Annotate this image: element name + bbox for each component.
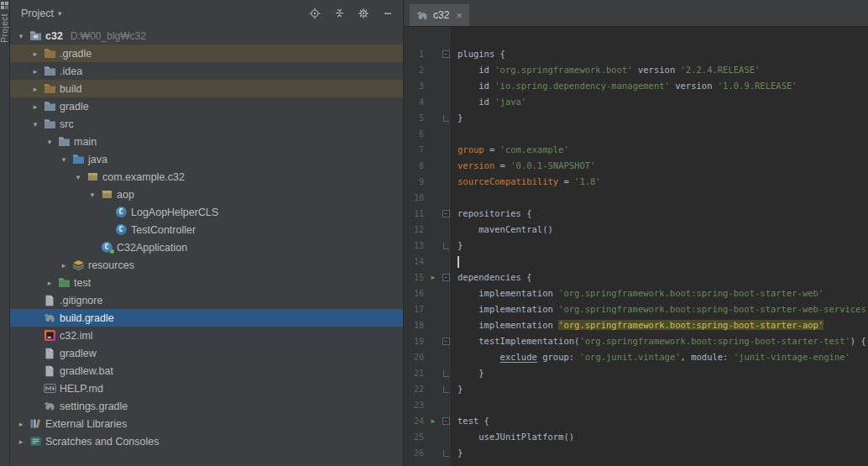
code-line-8[interactable]: 8version = '0.0.1-SNAPSHOT': [404, 158, 868, 174]
expand-arrow-icon[interactable]: ▸: [14, 420, 28, 428]
fold-start-icon[interactable]: -: [439, 206, 452, 222]
line-number: 26: [404, 445, 427, 461]
tree-item-test[interactable]: ▸test: [10, 274, 403, 291]
collapse-arrow-icon[interactable]: ▾: [57, 155, 71, 164]
tree-item-resources[interactable]: ▸resources: [10, 256, 403, 274]
tree-item-java[interactable]: ▾java: [10, 150, 403, 168]
expand-arrow-icon[interactable]: ▸: [29, 85, 42, 93]
code-line-16[interactable]: 16 implementation 'org.springframework.b…: [404, 285, 868, 301]
hide-panel-icon[interactable]: [381, 7, 395, 20]
expand-arrow-icon[interactable]: ▸: [43, 279, 56, 287]
resources-folder-icon: [71, 259, 86, 270]
code-line-4[interactable]: 4 id 'java': [404, 94, 868, 110]
tree-item-help-md[interactable]: HELP.md: [10, 380, 403, 397]
panel-toolbar: [308, 7, 395, 20]
code-line-5[interactable]: 5}: [404, 110, 868, 126]
project-view-selector[interactable]: Project ▾: [21, 8, 61, 19]
code-line-11[interactable]: 11-repositories {: [404, 206, 868, 222]
tree-item-build[interactable]: ▸build: [10, 80, 403, 97]
code-line-14[interactable]: 14: [404, 254, 868, 270]
code-line-7[interactable]: 7group = 'com.example': [404, 142, 868, 158]
collapse-arrow-icon[interactable]: ▾: [86, 191, 99, 199]
tree-item-gradlew[interactable]: gradlew: [10, 344, 403, 362]
fold-end-icon[interactable]: [439, 445, 452, 461]
code-line-1[interactable]: 1-plugins {: [404, 46, 868, 62]
code-line-13[interactable]: 13}: [404, 238, 868, 254]
code-token: exclude: [500, 352, 537, 362]
line-number: 23: [404, 397, 427, 413]
code-line-12[interactable]: 12 mavenCentral(): [404, 222, 868, 238]
tree-item-external-libraries[interactable]: ▸External Libraries: [10, 415, 403, 432]
tree-item-idea[interactable]: ▸.idea: [10, 62, 403, 80]
line-number: 10: [404, 190, 427, 206]
code-line-6[interactable]: 6: [404, 126, 868, 142]
run-task-icon[interactable]: ▶: [427, 413, 439, 429]
collapse-arrow-icon[interactable]: ▾: [71, 173, 85, 181]
editor-tab-c32[interactable]: c32 ×: [410, 4, 469, 26]
code-line-10[interactable]: 10: [404, 190, 868, 206]
close-tab-icon[interactable]: ×: [456, 10, 463, 21]
code-line-22[interactable]: 22}: [404, 381, 868, 397]
code-line-19[interactable]: 19- testImplementation('org.springframew…: [404, 333, 868, 349]
code-line-26[interactable]: 26}: [404, 445, 868, 461]
fold-start-icon[interactable]: -: [439, 270, 452, 285]
tree-item-src[interactable]: ▾src: [10, 115, 403, 133]
fold-end-icon[interactable]: [439, 381, 452, 397]
tree-item-testcontroller[interactable]: CTestController: [10, 221, 403, 238]
code-line-24[interactable]: 24▶-test {: [404, 413, 868, 429]
line-number: 13: [404, 238, 427, 254]
code-line-21[interactable]: 21 }: [404, 365, 868, 381]
fold-start-icon[interactable]: -: [439, 46, 452, 62]
code-line-25[interactable]: 25 useJUnitPlatform(): [404, 429, 868, 445]
tree-item-gradle[interactable]: ▸.gradle: [10, 45, 403, 62]
code-line-23[interactable]: 23: [404, 397, 868, 413]
tree-item-settings-gradle[interactable]: settings.gradle: [10, 397, 403, 415]
tree-item-main[interactable]: ▾main: [10, 133, 403, 150]
tree-item-aop[interactable]: ▾aop: [10, 186, 403, 203]
expand-arrow-icon[interactable]: ▸: [29, 102, 42, 111]
code-editor[interactable]: 1-plugins {2 id 'org.springframework.boo…: [404, 27, 868, 466]
tree-item-c32[interactable]: ▾c32D:₩00_blg₩c32: [10, 27, 403, 45]
tree-item-logaophelpercls[interactable]: CLogAopHelperCLS: [10, 203, 403, 221]
collapse-arrow-icon[interactable]: ▾: [14, 32, 28, 40]
expand-arrow-icon[interactable]: ▸: [29, 50, 42, 58]
tree-item-c32application[interactable]: CC32Application: [10, 238, 403, 256]
code-line-3[interactable]: 3 id 'io.spring.dependency-management' v…: [404, 78, 868, 94]
run-task-icon[interactable]: ▶: [427, 270, 439, 285]
code-line-15[interactable]: 15▶-dependencies {: [404, 270, 868, 285]
fold-start-icon[interactable]: -: [439, 333, 452, 349]
collapse-all-icon[interactable]: [332, 7, 346, 20]
code-line-2[interactable]: 2 id 'org.springframework.boot' version …: [404, 62, 868, 78]
tree-item-gradle[interactable]: ▸gradle: [10, 97, 403, 115]
fold-start-icon[interactable]: -: [439, 413, 452, 429]
tree-item-scratches-and-consoles[interactable]: ▸Scratches and Consoles: [10, 432, 403, 450]
fold-end-icon[interactable]: [439, 365, 452, 381]
tree-item-build-gradle[interactable]: build.gradle: [10, 309, 403, 327]
iml-icon: [42, 330, 57, 341]
expand-arrow-icon[interactable]: ▸: [29, 67, 42, 76]
tree-item-gradlew-bat[interactable]: gradlew.bat: [10, 362, 403, 380]
tool-button-project[interactable]: Project: [0, 13, 9, 43]
tab-label: c32: [433, 9, 449, 21]
code-line-20[interactable]: 20 exclude group: 'org.junit.vintage', m…: [404, 349, 868, 365]
fold-end-icon[interactable]: [439, 238, 452, 254]
expand-arrow-icon[interactable]: ▸: [57, 261, 71, 270]
tree-item-gitignore[interactable]: .gitignore: [10, 291, 403, 309]
collapse-arrow-icon[interactable]: ▾: [43, 138, 56, 146]
fold-end-icon[interactable]: [439, 110, 452, 126]
tool-windows-grid-icon[interactable]: [1, 2, 8, 9]
code-token: 'org.springframework.boot:spring-boot-st…: [558, 304, 868, 314]
code-line-17[interactable]: 17 implementation 'org.springframework.b…: [404, 301, 868, 317]
code-text: }: [452, 381, 463, 397]
tree-item-com-example-c32[interactable]: ▾com.example.c32: [10, 168, 403, 186]
tree-item-label: build.gradle: [60, 312, 114, 324]
code-line-18[interactable]: 18 implementation 'org.springframework.b…: [404, 317, 868, 333]
tree-item-c32-iml[interactable]: c32.iml: [10, 327, 403, 344]
expand-arrow-icon[interactable]: ▸: [14, 437, 28, 446]
code-line-9[interactable]: 9sourceCompatibility = '1.8': [404, 174, 868, 190]
settings-gear-icon[interactable]: [357, 7, 370, 20]
text-caret: [458, 256, 459, 268]
locate-opened-file-icon[interactable]: [308, 7, 322, 20]
gutter-space: [439, 254, 452, 270]
collapse-arrow-icon[interactable]: ▾: [29, 120, 42, 128]
